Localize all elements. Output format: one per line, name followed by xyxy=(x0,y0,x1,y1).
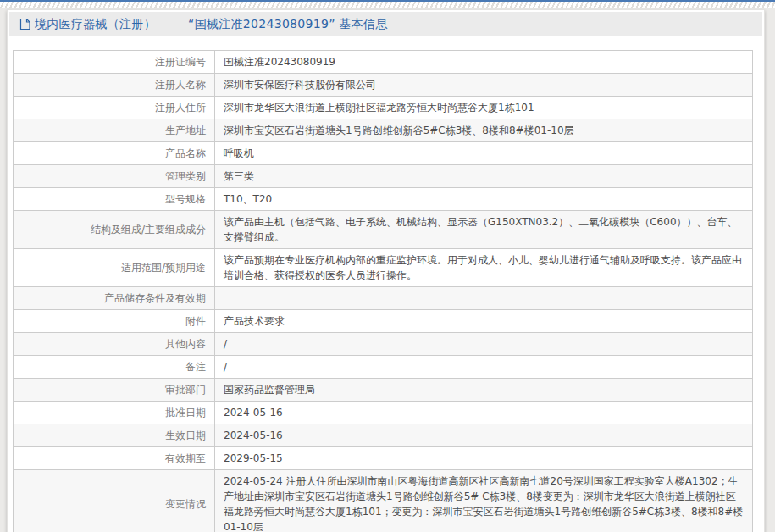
row-label: 管理类别 xyxy=(14,165,215,188)
row-label: 其他内容 xyxy=(14,333,215,356)
table-row: 有效期至2029-05-15 xyxy=(14,447,753,470)
row-label: 备注 xyxy=(14,356,215,379)
row-value: 2024-05-16 xyxy=(215,424,753,447)
row-label: 注册人名称 xyxy=(14,74,215,97)
row-label: 审批部门 xyxy=(14,379,215,402)
table-row: 注册人住所深圳市龙华区大浪街道上横朗社区福龙路旁恒大时尚慧谷大厦1栋101 xyxy=(14,97,753,119)
row-label-text: 有效期至 xyxy=(165,452,206,464)
table-row: 批准日期2024-05-16 xyxy=(14,402,753,424)
table-row: 生产地址深圳市宝安区石岩街道塘头1号路创维创新谷5#C栋3楼、8楼和8#楼01-… xyxy=(14,119,753,142)
row-label: 生效日期 xyxy=(14,424,215,447)
document-icon xyxy=(19,18,30,30)
page-title: 境内医疗器械（注册） —— “国械注准20243080919” 基本信息 xyxy=(35,17,388,32)
row-value: 2024-05-16 xyxy=(215,402,753,424)
row-label-text: 产品名称 xyxy=(165,147,206,159)
row-label: 变更情况 xyxy=(14,470,215,532)
row-label-text: 生效日期 xyxy=(165,429,206,441)
table-row: 适用范围/预期用途该产品预期在专业医疗机构内部的重症监护环境。用于对成人、小儿、… xyxy=(14,249,753,287)
row-label: 批准日期 xyxy=(14,402,215,424)
row-label: 注册证编号 xyxy=(14,51,215,74)
table-row: 管理类别第三类 xyxy=(14,165,753,188)
row-label: 型号规格 xyxy=(14,188,215,211)
info-table: 注册证编号国械注准20243080919注册人名称深圳市安保医疗科技股份有限公司… xyxy=(13,50,753,532)
row-value: 该产品预期在专业医疗机构内部的重症监护环境。用于对成人、小儿、婴幼儿进行通气辅助… xyxy=(215,249,753,287)
table-row: 审批部门国家药品监督管理局 xyxy=(14,379,753,402)
row-label-text: 备注 xyxy=(185,361,206,373)
row-label-text: 注册人名称 xyxy=(155,79,206,91)
row-label: 产品储存条件及有效期 xyxy=(14,287,215,310)
row-label: 产品名称 xyxy=(14,142,215,165)
table-row: 其他内容/ xyxy=(14,333,753,356)
row-label-text: 审批部门 xyxy=(165,384,206,396)
row-label: 适用范围/预期用途 xyxy=(14,249,215,287)
content-panel: 境内医疗器械（注册） —— “国械注准20243080919” 基本信息 注册证… xyxy=(7,9,765,532)
row-label: 注册人住所 xyxy=(14,97,215,119)
row-label: 生产地址 xyxy=(14,119,215,142)
table-row: 注册人名称深圳市安保医疗科技股份有限公司 xyxy=(14,74,753,97)
table-row: 产品名称呼吸机 xyxy=(14,142,753,165)
row-label-text: 注册人住所 xyxy=(155,102,206,114)
table-row: 结构及组成/主要组成成分该产品由主机（包括气路、电子系统、机械结构、显示器（G1… xyxy=(14,211,753,249)
row-value: 国家药品监督管理局 xyxy=(215,379,753,402)
table-row: 型号规格T10、T20 xyxy=(14,188,753,211)
row-label-text: 变更情况 xyxy=(165,498,206,510)
row-label: 附件 xyxy=(14,310,215,333)
table-row: 附件产品技术要求 xyxy=(14,310,753,333)
top-stripes-band xyxy=(0,2,775,8)
row-value: 2024-05-24 注册人住所由深圳市南山区粤海街道高新区社区高新南七道20号… xyxy=(215,470,753,532)
table-row: 生效日期2024-05-16 xyxy=(14,424,753,447)
row-label-text: 结构及组成/主要组成成分 xyxy=(91,224,206,236)
row-value: / xyxy=(215,356,753,379)
table-row: 注册证编号国械注准20243080919 xyxy=(14,51,753,74)
row-value: 该产品由主机（包括气路、电子系统、机械结构、显示器（G150XTN03.2）、二… xyxy=(215,211,753,249)
row-label-text: 生产地址 xyxy=(165,125,206,136)
table-row: 备注/ xyxy=(14,356,753,379)
row-value: 深圳市宝安区石岩街道塘头1号路创维创新谷5#C栋3楼、8楼和8#楼01-10层 xyxy=(215,119,753,142)
row-value: 深圳市龙华区大浪街道上横朗社区福龙路旁恒大时尚慧谷大厦1栋101 xyxy=(215,97,753,119)
table-row: 变更情况2024-05-24 注册人住所由深圳市南山区粤海街道高新区社区高新南七… xyxy=(14,470,753,532)
row-value: 第三类 xyxy=(215,165,753,188)
row-value: 国械注准20243080919 xyxy=(215,51,753,74)
row-label-text: 型号规格 xyxy=(165,193,206,205)
row-value: 呼吸机 xyxy=(215,142,753,165)
row-value xyxy=(215,287,753,310)
row-label-text: 适用范围/预期用途 xyxy=(121,262,206,274)
row-label: 有效期至 xyxy=(14,447,215,470)
title-bar: 境内医疗器械（注册） —— “国械注准20243080919” 基本信息 xyxy=(9,12,762,36)
row-value: T10、T20 xyxy=(215,188,753,211)
row-label-text: 管理类别 xyxy=(165,170,206,182)
row-value: 2029-05-15 xyxy=(215,447,753,470)
info-table-body: 注册证编号国械注准20243080919注册人名称深圳市安保医疗科技股份有限公司… xyxy=(14,51,753,532)
row-label-text: 附件 xyxy=(185,315,206,327)
row-label: 结构及组成/主要组成成分 xyxy=(14,211,215,249)
row-value: 深圳市安保医疗科技股份有限公司 xyxy=(215,74,753,97)
row-value: / xyxy=(215,333,753,356)
row-label-text: 产品储存条件及有效期 xyxy=(104,292,206,304)
table-row: 产品储存条件及有效期 xyxy=(14,287,753,310)
row-value: 产品技术要求 xyxy=(215,310,753,333)
row-label-text: 其他内容 xyxy=(165,338,206,350)
row-label-text: 注册证编号 xyxy=(155,56,206,68)
table-wrap: 注册证编号国械注准20243080919注册人名称深圳市安保医疗科技股份有限公司… xyxy=(13,50,759,532)
row-label-text: 批准日期 xyxy=(165,407,206,418)
